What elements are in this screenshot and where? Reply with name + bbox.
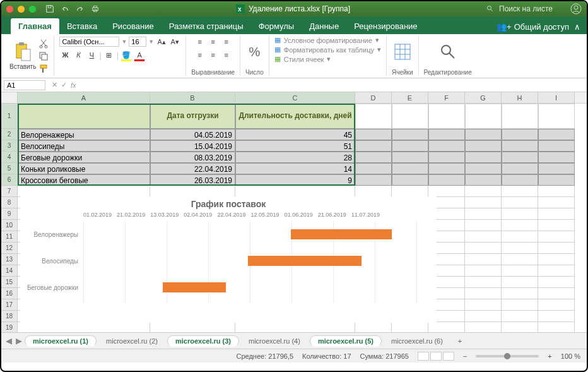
cell[interactable]: 28 bbox=[235, 152, 355, 163]
font-size-select[interactable] bbox=[129, 37, 146, 47]
cut-icon[interactable] bbox=[38, 39, 49, 49]
cell[interactable]: Велоренажеры bbox=[18, 129, 150, 140]
row-header[interactable]: 13 bbox=[1, 254, 18, 265]
search-input[interactable]: Поиск на листе bbox=[499, 4, 553, 13]
cell[interactable]: 15.04.2019 bbox=[150, 140, 235, 152]
bold-button[interactable]: Ж bbox=[59, 49, 71, 61]
row-header[interactable]: 4 bbox=[1, 152, 18, 163]
align-bot-icon[interactable]: ≡ bbox=[221, 36, 232, 47]
copy-icon[interactable] bbox=[38, 51, 49, 61]
name-box[interactable] bbox=[4, 80, 45, 90]
font-color-icon[interactable]: A bbox=[134, 49, 145, 61]
col-header[interactable]: B bbox=[150, 92, 235, 103]
col-header[interactable]: F bbox=[428, 92, 465, 103]
cell[interactable]: Беговые дорожки bbox=[18, 152, 150, 163]
search-icon[interactable] bbox=[486, 5, 494, 13]
cell[interactable]: Велосипеды bbox=[18, 140, 150, 152]
view-mode-buttons[interactable] bbox=[418, 352, 454, 361]
increase-font-icon[interactable]: A▴ bbox=[156, 36, 167, 47]
row-header[interactable]: 16 bbox=[1, 288, 18, 299]
font-name-select[interactable] bbox=[59, 37, 119, 47]
format-as-table-button[interactable]: ▦Форматировать как таблицу ▾ bbox=[274, 45, 381, 54]
row-header[interactable]: 1 bbox=[1, 104, 18, 129]
save-icon[interactable] bbox=[45, 4, 54, 13]
enter-fx-icon[interactable]: ✓ bbox=[61, 81, 67, 89]
col-header[interactable]: E bbox=[392, 92, 428, 103]
row-header[interactable]: 15 bbox=[1, 277, 18, 288]
chart[interactable]: График поставок 01.02.201921.02.201913.0… bbox=[20, 196, 437, 323]
row-header[interactable]: 18 bbox=[1, 311, 18, 322]
cell[interactable]: 04.05.2019 bbox=[150, 129, 235, 140]
cell[interactable]: 14 bbox=[235, 163, 355, 174]
tab-formulas[interactable]: Формулы bbox=[251, 18, 302, 34]
cell[interactable]: 26.03.2019 bbox=[150, 174, 235, 186]
close-icon[interactable] bbox=[6, 6, 13, 13]
print-icon[interactable] bbox=[91, 4, 100, 13]
italic-button[interactable]: К bbox=[73, 49, 84, 61]
align-mid-icon[interactable]: ≡ bbox=[208, 36, 219, 47]
col-header[interactable]: A bbox=[18, 92, 150, 103]
align-center-icon[interactable]: ≡ bbox=[208, 49, 219, 61]
align-left-icon[interactable]: ≡ bbox=[194, 49, 206, 61]
sheet-tab[interactable]: microexcel.ru (2) bbox=[99, 335, 165, 347]
percent-icon[interactable]: % bbox=[249, 45, 261, 59]
share-button[interactable]: 👥+ Общий доступ bbox=[497, 22, 569, 32]
align-right-icon[interactable]: ≡ bbox=[221, 49, 232, 61]
cell[interactable]: 9 bbox=[235, 174, 355, 186]
col-header[interactable]: I bbox=[538, 92, 575, 103]
row-header[interactable]: 14 bbox=[1, 265, 18, 277]
tab-insert[interactable]: Вставка bbox=[59, 18, 105, 34]
row-header[interactable]: 7 bbox=[1, 186, 18, 197]
cell[interactable]: Длительность доставки, дней bbox=[235, 104, 355, 129]
row-header[interactable]: 2 bbox=[1, 129, 18, 140]
row-header[interactable]: 17 bbox=[1, 299, 18, 311]
col-header[interactable]: D bbox=[355, 92, 392, 103]
sheet-tab[interactable]: microexcel.ru (1) bbox=[25, 335, 97, 347]
tab-draw[interactable]: Рисование bbox=[105, 18, 161, 34]
cell[interactable]: Кроссовки беговые bbox=[18, 174, 150, 186]
sheet-tab[interactable]: microexcel.ru (6) bbox=[384, 335, 450, 347]
cell[interactable]: 51 bbox=[235, 140, 355, 152]
row-header[interactable]: 6 bbox=[1, 174, 18, 186]
minimize-icon[interactable] bbox=[18, 6, 25, 13]
cell[interactable] bbox=[18, 104, 150, 129]
cell[interactable]: 08.03.2019 bbox=[150, 152, 235, 163]
zoom-out-button[interactable]: − bbox=[463, 352, 467, 360]
cell[interactable]: 45 bbox=[235, 129, 355, 140]
conditional-format-button[interactable]: ▦Условное форматирование ▾ bbox=[274, 36, 379, 44]
format-painter-icon[interactable] bbox=[38, 64, 49, 74]
worksheet-grid[interactable]: A B C D E F G H I 1 Дата отгрузки Длител… bbox=[1, 92, 587, 332]
tab-home[interactable]: Главная bbox=[11, 18, 59, 34]
row-header[interactable]: 10 bbox=[1, 220, 18, 231]
align-top-icon[interactable]: ≡ bbox=[194, 36, 206, 47]
collapse-ribbon-icon[interactable]: ∧ bbox=[574, 22, 580, 32]
user-icon[interactable] bbox=[570, 3, 582, 15]
tab-layout[interactable]: Разметка страницы bbox=[162, 18, 251, 34]
border-icon[interactable]: ⊞ bbox=[103, 49, 115, 61]
tab-data[interactable]: Данные bbox=[302, 18, 346, 34]
row-header[interactable]: 8 bbox=[1, 197, 18, 208]
row-header[interactable]: 3 bbox=[1, 140, 18, 152]
sheet-tab[interactable]: microexcel.ru (4) bbox=[242, 335, 307, 347]
row-header[interactable]: 11 bbox=[1, 231, 18, 243]
col-header[interactable]: G bbox=[465, 92, 502, 103]
tab-nav-prev-icon[interactable]: ◀ bbox=[4, 337, 13, 345]
col-header[interactable]: C bbox=[235, 92, 355, 103]
tab-nav-next-icon[interactable]: ▶ bbox=[15, 337, 23, 345]
cell[interactable]: Дата отгрузки bbox=[150, 104, 235, 129]
fx-icon[interactable]: fx bbox=[71, 81, 76, 89]
sheet-tab[interactable]: microexcel.ru (5) bbox=[310, 335, 382, 347]
cells-icon[interactable] bbox=[394, 43, 411, 61]
zoom-in-button[interactable]: + bbox=[548, 352, 551, 360]
fill-color-icon[interactable]: 🪣 bbox=[121, 49, 132, 61]
cancel-fx-icon[interactable]: ✕ bbox=[52, 81, 57, 89]
undo-icon[interactable] bbox=[61, 4, 69, 13]
row-header[interactable]: 9 bbox=[1, 208, 18, 220]
redo-icon[interactable] bbox=[76, 4, 85, 13]
select-all-corner[interactable] bbox=[1, 92, 18, 103]
zoom-slider[interactable] bbox=[476, 355, 539, 357]
add-sheet-button[interactable]: + bbox=[451, 335, 469, 347]
decrease-font-icon[interactable]: A▾ bbox=[169, 36, 180, 47]
row-header[interactable]: 12 bbox=[1, 243, 18, 254]
tab-review[interactable]: Рецензирование bbox=[346, 18, 425, 34]
